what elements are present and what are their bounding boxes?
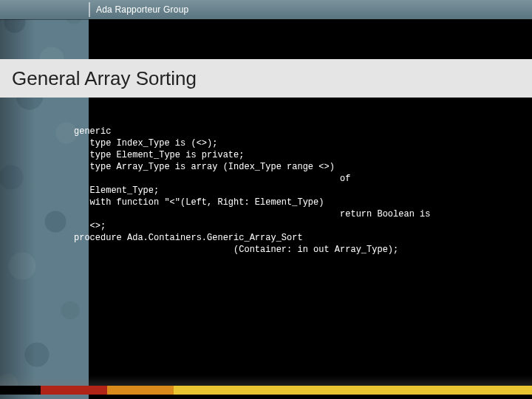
header-title: Ada Rapporteur Group xyxy=(96,0,188,19)
slide: Ada Rapporteur Group General Array Sorti… xyxy=(0,0,532,399)
code-line: <>; xyxy=(74,221,106,231)
accent-red xyxy=(41,386,107,395)
accent-yellow xyxy=(174,386,532,395)
code-line: generic xyxy=(74,126,111,137)
code-line: type Index_Type is (<>); xyxy=(74,138,217,149)
accent-bar xyxy=(0,386,532,395)
bottom-shadow xyxy=(0,375,532,386)
code-line: type Array_Type is array (Index_Type ran… xyxy=(74,162,335,172)
header-divider xyxy=(89,2,90,17)
accent-black xyxy=(0,386,41,395)
code-line: return Boolean is xyxy=(74,209,430,219)
header-bar: Ada Rapporteur Group xyxy=(0,0,532,19)
code-line: (Container: in out Array_Type); xyxy=(74,245,398,255)
code-block: generic type Index_Type is (<>); type El… xyxy=(74,126,517,256)
accent-orange xyxy=(107,386,174,395)
code-line: type Element_Type is private; xyxy=(74,150,244,160)
code-line: procedure Ada.Containers.Generic_Array_S… xyxy=(74,233,303,243)
code-line: Element_Type; xyxy=(74,185,159,196)
page-title: General Array Sorting xyxy=(12,67,197,90)
code-line: of xyxy=(74,174,350,184)
title-band: General Array Sorting xyxy=(0,59,532,98)
code-line: with function "<"(Left, Right: Element_T… xyxy=(74,197,324,208)
